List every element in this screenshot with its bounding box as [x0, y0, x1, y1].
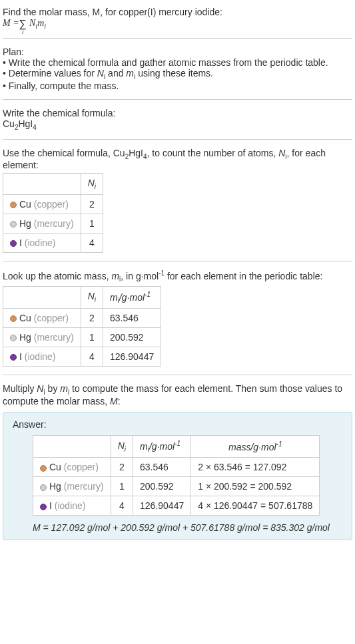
- element-dot-icon: [40, 504, 47, 510]
- col-mi: mi/g·mol-1: [133, 435, 191, 457]
- plan-item: Write the chemical formula and gather at…: [3, 57, 352, 68]
- table-row: Cu (copper) 2: [3, 195, 103, 214]
- molar-mass-equation: M = ∑ i Nimi: [3, 18, 46, 30]
- element-dot-icon: [40, 465, 47, 472]
- element-dot-icon: [10, 315, 17, 322]
- plan-list: Write the chemical formula and gather at…: [3, 57, 352, 91]
- step2-heading: Use the chemical formula, Cu2HgI4, to co…: [3, 148, 352, 171]
- mass-table: Ni mi/g·mol-1 Cu (copper) 2 63.546 Hg (m…: [3, 286, 161, 367]
- answer-title: Answer:: [13, 419, 342, 430]
- divider: [3, 375, 352, 375]
- element-dot-icon: [10, 202, 17, 208]
- element-dot-icon: [10, 335, 17, 341]
- divider: [3, 99, 352, 100]
- col-ni: Ni: [81, 286, 103, 308]
- step4-heading: Multiply Ni by mi to compute the mass fo…: [3, 383, 352, 406]
- eq-lhs: M =: [3, 18, 19, 29]
- step3-section: Look up the atomic mass, mi, in g·mol-1 …: [3, 265, 352, 371]
- divider: [3, 139, 352, 140]
- intro-line: Find the molar mass, M, for copper(I) me…: [3, 7, 352, 17]
- plan-item: Determine values for Ni and mi using the…: [3, 68, 352, 80]
- divider: [3, 38, 352, 39]
- plan-heading: Plan:: [3, 47, 352, 57]
- sigma-icon: ∑ i: [19, 18, 27, 30]
- plan-item: Finally, compute the mass.: [3, 80, 352, 91]
- table-row: I (iodine) 4: [3, 234, 103, 253]
- step2-section: Use the chemical formula, Cu2HgI4, to co…: [3, 144, 352, 257]
- final-answer: M = 127.092 g/mol + 200.592 g/mol + 507.…: [33, 522, 342, 533]
- table-header-row: Ni mi/g·mol-1 mass/g·mol-1: [33, 435, 320, 457]
- col-ni: Ni: [111, 435, 133, 457]
- element-dot-icon: [40, 484, 47, 491]
- answer-box: Answer: Ni mi/g·mol-1 mass/g·mol-1 Cu (c…: [3, 412, 352, 540]
- count-table: Ni Cu (copper) 2 Hg (mercury) 1 I (iodin…: [3, 173, 103, 253]
- table-header-row: Ni: [3, 174, 103, 195]
- step1-heading: Write the chemical formula:: [3, 108, 352, 118]
- table-row: Cu (copper) 2 63.546 2 × 63.546 = 127.09…: [33, 458, 320, 477]
- intro-section: Find the molar mass, M, for copper(I) me…: [3, 3, 352, 34]
- col-mi: mi/g·mol-1: [103, 286, 161, 308]
- element-dot-icon: [10, 240, 17, 247]
- step4-section: Multiply Ni by mi to compute the mass fo…: [3, 379, 352, 410]
- table-row: Hg (mercury) 1 200.592 1 × 200.592 = 200…: [33, 477, 320, 496]
- step1-section: Write the chemical formula: Cu2HgI4: [3, 104, 352, 135]
- element-dot-icon: [10, 221, 17, 228]
- divider: [3, 261, 352, 261]
- table-row: I (iodine) 4 126.90447 4 × 126.90447 = 5…: [33, 496, 320, 516]
- eq-rhs: Nimi: [29, 18, 46, 30]
- col-ni: Ni: [81, 174, 103, 195]
- table-row: Hg (mercury) 1 200.592: [3, 328, 161, 347]
- chemical-formula: Cu2HgI4: [3, 118, 352, 131]
- table-row: Cu (copper) 2 63.546: [3, 309, 161, 328]
- col-mass: mass/g·mol-1: [191, 435, 320, 457]
- table-row: Hg (mercury) 1: [3, 214, 103, 234]
- answer-table: Ni mi/g·mol-1 mass/g·mol-1 Cu (copper) 2…: [33, 435, 320, 516]
- element-dot-icon: [10, 354, 17, 361]
- table-row: I (iodine) 4 126.90447: [3, 347, 161, 367]
- plan-section: Plan: Write the chemical formula and gat…: [3, 43, 352, 95]
- step3-heading: Look up the atomic mass, mi, in g·mol-1 …: [3, 269, 352, 283]
- table-header-row: Ni mi/g·mol-1: [3, 286, 161, 308]
